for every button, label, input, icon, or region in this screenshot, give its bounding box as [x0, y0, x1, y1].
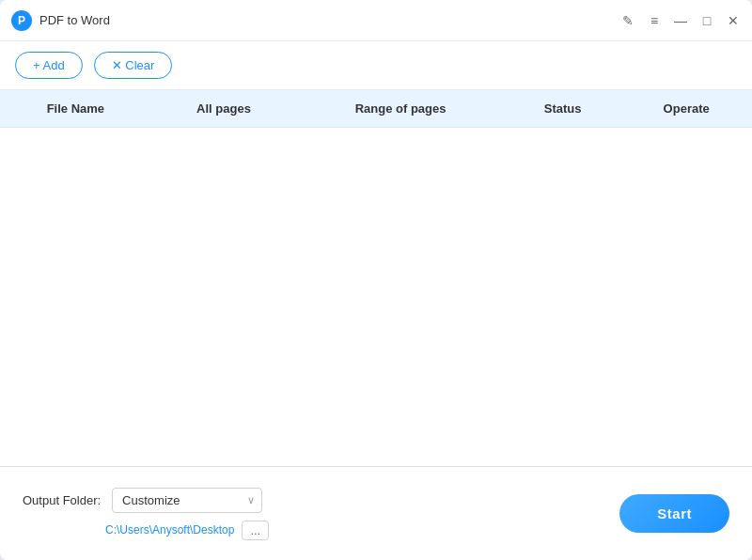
close-button[interactable]: ✕: [726, 13, 741, 28]
browse-button[interactable]: ...: [242, 521, 269, 540]
table-header-row: File Name All pages Range of pages Statu…: [0, 90, 752, 128]
output-folder-label: Output Folder:: [23, 493, 101, 507]
col-header-range-of-pages: Range of pages: [296, 90, 505, 128]
output-select-wrapper: Customize ∨: [112, 488, 262, 513]
maximize-button[interactable]: □: [699, 13, 714, 28]
title-bar-left: P PDF to Word: [11, 10, 110, 31]
minimize-button[interactable]: —: [673, 13, 688, 28]
toolbar: + Add ✕ Clear: [0, 41, 752, 90]
main-window: P PDF to Word ✎ ≡ — □ ✕ + Add ✕ Clear Fi…: [0, 0, 752, 560]
add-button[interactable]: + Add: [15, 52, 83, 79]
path-row: C:\Users\Anysoft\Desktop ...: [105, 521, 269, 540]
clear-button[interactable]: ✕ Clear: [94, 52, 173, 79]
output-folder-row: Output Folder: Customize ∨: [23, 488, 269, 513]
bottom-bar: Output Folder: Customize ∨ C:\Users\Anys…: [0, 466, 752, 560]
col-header-status: Status: [505, 90, 620, 128]
edit-icon[interactable]: ✎: [620, 13, 635, 28]
app-icon: P: [11, 10, 32, 31]
output-folder-select[interactable]: Customize: [112, 488, 262, 513]
col-header-operate: Operate: [620, 90, 752, 128]
title-bar-controls: ✎ ≡ — □ ✕: [620, 13, 741, 28]
start-button[interactable]: Start: [619, 494, 729, 533]
file-table: File Name All pages Range of pages Statu…: [0, 90, 752, 128]
output-section: Output Folder: Customize ∨ C:\Users\Anys…: [23, 488, 269, 540]
output-path-text: C:\Users\Anysoft\Desktop: [105, 523, 234, 537]
window-title: PDF to Word: [39, 13, 110, 27]
title-bar: P PDF to Word ✎ ≡ — □ ✕: [0, 0, 752, 41]
file-table-container: File Name All pages Range of pages Statu…: [0, 90, 752, 466]
menu-icon[interactable]: ≡: [647, 13, 662, 28]
col-header-all-pages: All pages: [151, 90, 297, 128]
col-header-file-name: File Name: [0, 90, 151, 128]
